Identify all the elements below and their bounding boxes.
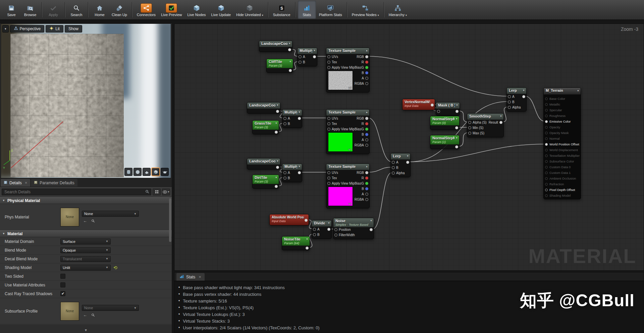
toolbar-button-home[interactable]: Home — [91, 1, 109, 19]
material-domain-dropdown[interactable]: Surface▼ — [60, 239, 111, 245]
node-absolute-world-position[interactable]: Absolute World PositionInput Data — [269, 214, 309, 225]
node-smoothstep[interactable]: SmoothStep▼Alpha (S)Min (S)Max (S)Result — [467, 113, 504, 137]
apply-view-mipbias-pin[interactable] — [327, 128, 330, 131]
output-pin[interactable] — [305, 219, 308, 222]
collapse-icon[interactable]: ▲ — [366, 111, 368, 113]
blend-mode-dropdown[interactable]: Opaque▼ — [60, 247, 111, 253]
collapse-icon[interactable]: ▲ — [577, 89, 579, 91]
close-tab-icon[interactable]: × — [25, 181, 28, 185]
collapse-icon[interactable]: ▼ — [298, 111, 301, 113]
section-header-physical-material[interactable]: ▼Physical Material — [0, 197, 172, 204]
toolbar-button-apply[interactable]: Apply — [44, 1, 62, 19]
viewport-options-button[interactable]: ▾ — [2, 25, 9, 32]
rgb-pin[interactable] — [365, 117, 368, 120]
collapse-icon[interactable]: ▼ — [298, 165, 301, 168]
browse-to-asset-icon[interactable] — [91, 219, 95, 223]
b-pin[interactable] — [313, 233, 316, 236]
shading-model-pin[interactable] — [545, 194, 548, 197]
node-texture-sample-3[interactable]: Texture Sample▲UVsTexApply View MipBiasR… — [326, 163, 370, 208]
cast-ray-traced-shadows-checkbox[interactable]: ✔ — [60, 291, 65, 296]
a-pin[interactable] — [365, 77, 368, 80]
preview-shape-sphere-icon[interactable] — [133, 168, 142, 176]
phys-material-thumbnail[interactable]: None — [60, 208, 79, 226]
output-pin[interactable] — [313, 55, 316, 58]
display-filter-button[interactable] — [153, 189, 161, 195]
opacity-pin[interactable] — [545, 126, 548, 129]
perspective-button[interactable]: Perspective — [10, 25, 45, 32]
collapse-icon[interactable]: ▼ — [306, 238, 308, 240]
browse-to-asset-icon[interactable] — [91, 313, 95, 317]
node-dirttile[interactable]: DirtTileParam (3)▼ — [252, 175, 279, 189]
b-pin[interactable] — [365, 133, 368, 136]
a-pin[interactable] — [299, 55, 302, 58]
collapse-icon[interactable]: ▼ — [275, 122, 277, 124]
node-landscapecoords-2[interactable]: LandscapeCoords▼ — [247, 102, 280, 114]
node-clifftile[interactable]: CliffTileParam (3)▼ — [266, 59, 293, 73]
node-vertexnormalws[interactable]: VertexNormalWSInput Data — [402, 99, 435, 110]
b-pin[interactable] — [392, 166, 395, 169]
toolbar-button-search[interactable]: Search — [67, 1, 86, 19]
collapse-icon[interactable]: ▼ — [276, 104, 279, 106]
node-landscapecoords-1[interactable]: LandscapeCoords▼ — [259, 41, 292, 52]
roughness-pin[interactable] — [545, 115, 548, 117]
output-pin[interactable] — [455, 110, 459, 113]
output-pin[interactable] — [406, 161, 409, 164]
emissive-color-pin[interactable] — [545, 120, 548, 123]
tex-pin[interactable] — [327, 61, 330, 64]
section-header-material[interactable]: ▼Material — [0, 230, 172, 237]
view-options-button[interactable]: ▾ — [162, 189, 170, 195]
specular-pin[interactable] — [545, 109, 548, 112]
a-pin[interactable] — [313, 228, 316, 231]
b-pin[interactable] — [299, 61, 302, 64]
preview-shape-plane-icon[interactable] — [143, 168, 151, 176]
use-selected-asset-icon[interactable]: ← — [83, 313, 87, 317]
node-noise[interactable]: NoiseSimplex - Texture Based▼PositionFil… — [333, 218, 374, 239]
opacity-mask-pin[interactable] — [545, 132, 548, 134]
rgb-pin[interactable] — [365, 171, 368, 174]
output-pin[interactable] — [298, 171, 301, 174]
search-details-input[interactable] — [4, 189, 144, 195]
output-pin[interactable] — [276, 166, 279, 169]
tab-details[interactable]: Details × — [1, 179, 30, 187]
output-pin[interactable] — [431, 104, 434, 107]
toolbar-button-save[interactable]: Save — [2, 1, 20, 19]
output-pin[interactable] — [370, 228, 373, 231]
preview-shape-cylinder-icon[interactable] — [124, 168, 132, 176]
node-lerp-1[interactable]: Lerp▼ABAlpha — [390, 153, 411, 177]
details-scrollbar[interactable] — [169, 198, 171, 242]
b-pin[interactable] — [283, 177, 286, 180]
a-pin[interactable] — [365, 138, 368, 141]
collapse-icon[interactable]: ▼ — [500, 115, 502, 117]
subsurface-color-pin[interactable] — [545, 160, 548, 163]
a-pin[interactable] — [283, 171, 286, 174]
collapse-icon[interactable]: ▼ — [313, 49, 316, 52]
toolbar-button-live-nodes[interactable]: Live Nodes — [185, 1, 208, 19]
a-pin[interactable] — [508, 95, 511, 98]
collapse-icon[interactable]: ▼ — [288, 42, 291, 45]
tex-pin[interactable] — [327, 177, 330, 180]
custom-data-1-pin[interactable] — [545, 172, 548, 174]
node-mask-b[interactable]: Mask ( B )▼ — [436, 102, 460, 116]
node-divide[interactable]: Divide▼AB — [312, 220, 332, 239]
node-texture-sample-1[interactable]: Texture Sample▲UVsTexApply View MipBiasR… — [326, 48, 370, 92]
node-grasstile[interactable]: GrassTileParam (3)▼ — [252, 120, 279, 134]
node-multiply-2[interactable]: Multiply▼AB — [282, 109, 302, 128]
a-pin[interactable] — [365, 193, 368, 196]
toolbar-button-platform-stats[interactable]: Platform Stats — [317, 1, 344, 19]
b-pin[interactable] — [283, 122, 286, 125]
b-pin[interactable] — [365, 187, 368, 190]
output-pin[interactable] — [306, 247, 309, 250]
alpha-pin[interactable] — [392, 172, 395, 175]
rgba-pin[interactable] — [365, 144, 368, 147]
node-multiply-1[interactable]: Multiply▼AB — [297, 48, 317, 66]
tessellation-multiplier-pin[interactable] — [545, 154, 548, 157]
node-multiply-3[interactable]: Multiply▼AB — [282, 163, 302, 182]
collapse-icon[interactable]: ▼ — [523, 89, 525, 91]
b-pin[interactable] — [508, 101, 511, 104]
toolbar-button-hierarchy[interactable]: Hierarchy ▾ — [386, 1, 409, 19]
collapse-icon[interactable]: ▼ — [407, 155, 409, 157]
g-pin[interactable] — [365, 128, 368, 131]
b-pin[interactable] — [365, 71, 368, 74]
reset-to-default-icon[interactable]: ⟲ — [113, 265, 117, 270]
preview-shape-cube-icon[interactable] — [152, 168, 160, 176]
